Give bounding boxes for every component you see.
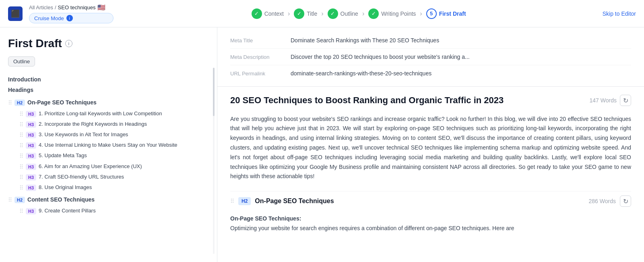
section-word-count: 286 Words — [589, 198, 616, 204]
outline-group-onpage: ⠿ H2 On-Page SEO Techniques ⠿ H3 1. Prio… — [8, 97, 209, 193]
drag-handle-icon[interactable]: ⠿ — [19, 131, 23, 138]
word-count-box: 147 Words ↻ — [590, 95, 631, 106]
cruise-mode-label: Cruise Mode — [34, 15, 64, 21]
h3-badge: H3 — [26, 142, 36, 149]
outline-badge[interactable]: Outline — [8, 56, 35, 67]
step-check-context: ✓ — [252, 8, 262, 19]
scroll-track — [213, 68, 215, 254]
step-first-draft[interactable]: 5 First Draft — [426, 8, 466, 19]
main-layout: First Draft i Outline Introduction Headi… — [0, 27, 644, 262]
step-arrow-3: › — [362, 10, 364, 17]
url-permalink-row: URL Permalink dominate-search-rankings-w… — [230, 65, 631, 81]
h3-group-content-seo: ⠿ H3 9. Create Content Pillars — [19, 206, 209, 216]
refresh-intro-button[interactable]: ↻ — [620, 95, 631, 106]
drag-handle-icon[interactable]: ⠿ — [19, 121, 23, 128]
outline-text-content-seo: Content SEO Techniques — [27, 196, 95, 204]
outline-item-h3-1[interactable]: ⠿ H3 1. Prioritize Long-tail Keywords wi… — [19, 108, 209, 119]
breadcrumb-all[interactable]: All Articles — [29, 4, 53, 10]
h3-badge: H3 — [26, 208, 36, 214]
outline-item-h3-7[interactable]: ⠿ H3 7. Craft SEO-friendly URL Structure… — [19, 172, 209, 182]
outline-text-h3-9: 9. Create Content Pillars — [39, 207, 96, 214]
outline-text-h3-1: 1. Prioritize Long-tail Keywords with Lo… — [39, 110, 162, 117]
url-permalink-label: URL Permalink — [230, 70, 283, 77]
drag-handle-icon[interactable]: ⠿ — [19, 173, 23, 181]
info-icon[interactable]: i — [65, 40, 72, 47]
skip-to-editor-button[interactable]: Skip to Editor — [603, 10, 636, 17]
introduction-label: Introduction — [8, 76, 209, 83]
outline-text-h3-5: 5. Update Meta Tags — [39, 152, 87, 159]
headings-label: Headings — [8, 87, 209, 93]
drag-handle-icon[interactable]: ⠿ — [19, 184, 23, 191]
step-title[interactable]: ✓ Title — [294, 8, 317, 19]
meta-title-value[interactable]: Dominate Search Rankings with These 20 S… — [291, 37, 631, 44]
h2-badge-onpage: H2 — [14, 100, 25, 106]
outline-item-h2-content-seo[interactable]: ⠿ H2 Content SEO Techniques — [8, 194, 209, 206]
outline-item-h3-2[interactable]: ⠿ H3 2. Incorporate the Right Keywords i… — [19, 119, 209, 129]
section-h2-badge: H2 — [238, 197, 251, 205]
section-body-text: Optimizing your website for search engin… — [230, 225, 514, 231]
outline-group-content-seo: ⠿ H2 Content SEO Techniques ⠿ H3 9. Crea… — [8, 194, 209, 216]
url-permalink-value[interactable]: dominate-search-rankings-with-these-20-s… — [291, 70, 631, 77]
cruise-mode-button[interactable]: Cruise Mode i — [29, 13, 114, 23]
meta-section: Meta Title Dominate Search Rankings with… — [217, 27, 644, 87]
section-body[interactable]: On-Page SEO Techniques: Optimizing your … — [230, 211, 631, 237]
outline-sidebar: First Draft i Outline Introduction Headi… — [0, 27, 217, 262]
outline-item-h3-8[interactable]: ⠿ H3 8. Use Original Images — [19, 182, 209, 193]
outline-text-h3-7: 7. Craft SEO-friendly URL Structures — [39, 173, 124, 181]
step-arrow-2: › — [321, 10, 323, 17]
drag-handle-icon[interactable]: ⠿ — [19, 163, 23, 170]
drag-handle-icon[interactable]: ⠿ — [8, 196, 12, 203]
step-label-writing-points: Writing Points — [381, 10, 416, 17]
meta-description-row: Meta Description Discover the top 20 SEO… — [230, 49, 631, 65]
drag-handle-icon[interactable]: ⠿ — [19, 110, 23, 117]
step-context[interactable]: ✓ Context — [252, 8, 284, 19]
intro-word-count: 147 Words — [590, 97, 617, 104]
h3-badge: H3 — [26, 132, 36, 138]
step-label-context: Context — [264, 10, 284, 17]
drag-handle-icon[interactable]: ⠿ — [8, 99, 12, 106]
article-body: 20 SEO Techniques to Boost Ranking and O… — [217, 87, 644, 245]
drag-handle-icon[interactable]: ⠿ — [19, 152, 23, 159]
step-number-first-draft: 5 — [426, 8, 437, 19]
refresh-section-button[interactable]: ↻ — [620, 195, 631, 207]
outline-item-h3-6[interactable]: ⠿ H3 6. Aim for an Amazing User Experien… — [19, 161, 209, 172]
step-label-first-draft: First Draft — [439, 10, 466, 17]
h3-group-onpage: ⠿ H3 1. Prioritize Long-tail Keywords wi… — [19, 108, 209, 193]
h3-badge: H3 — [26, 185, 36, 191]
outline-item-h2-onpage[interactable]: ⠿ H2 On-Page SEO Techniques — [8, 97, 209, 108]
steps-navigation: ✓ Context › ✓ Title › ✓ Outline › ✓ Writ… — [123, 8, 594, 19]
step-arrow-1: › — [288, 10, 290, 17]
outline-item-h3-9[interactable]: ⠿ H3 9. Create Content Pillars — [19, 206, 209, 216]
outline-item-h3-3[interactable]: ⠿ H3 3. Use Keywords in Alt Text for Ima… — [19, 129, 209, 140]
outline-text-h3-2: 2. Incorporate the Right Keywords in Hea… — [39, 121, 147, 128]
drag-handle-icon[interactable]: ⠿ — [19, 141, 23, 149]
outline-text-h3-8: 8. Use Original Images — [39, 184, 92, 191]
article-title-row: 20 SEO Techniques to Boost Ranking and O… — [230, 95, 631, 108]
h3-badge: H3 — [26, 153, 36, 159]
outline-item-h3-4[interactable]: ⠿ H3 4. Use Internal Linking to Make Use… — [19, 140, 209, 150]
outline-text-h3-4: 4. Use Internal Linking to Make Users St… — [39, 141, 177, 149]
step-writing-points[interactable]: ✓ Writing Points — [368, 8, 416, 19]
breadcrumb-current: SEO techniques — [58, 4, 96, 10]
section-drag-handle-icon[interactable]: ⠿ — [230, 198, 234, 204]
step-label-outline: Outline — [341, 10, 358, 17]
meta-description-value[interactable]: Discover the top 20 SEO techniques to bo… — [291, 54, 631, 60]
breadcrumb: All Articles / SEO techniques 🇺🇸 — [29, 4, 105, 11]
outline-item-h3-5[interactable]: ⠿ H3 5. Update Meta Tags — [19, 150, 209, 161]
section-body-label: On-Page SEO Techniques: — [230, 215, 301, 222]
meta-description-label: Meta Description — [230, 54, 283, 60]
outline-text-onpage: On-Page SEO Techniques — [27, 99, 97, 107]
cruise-info-icon: i — [66, 15, 73, 21]
meta-title-row: Meta Title Dominate Search Rankings with… — [230, 32, 631, 49]
h3-badge: H3 — [26, 174, 36, 181]
scroll-thumb[interactable] — [213, 68, 215, 116]
step-label-title: Title — [307, 10, 317, 17]
h3-badge: H3 — [26, 111, 36, 117]
article-title[interactable]: 20 SEO Techniques to Boost Ranking and O… — [230, 95, 504, 106]
drag-handle-icon[interactable]: ⠿ — [19, 207, 23, 214]
article-intro[interactable]: Are you struggling to boost your website… — [230, 114, 631, 182]
section-heading-title[interactable]: On-Page SEO Techniques — [255, 198, 584, 205]
outline-text-h3-6: 6. Aim for an Amazing User Experience (U… — [39, 163, 142, 170]
flag-icon: 🇺🇸 — [97, 4, 105, 11]
step-outline[interactable]: ✓ Outline — [328, 8, 358, 19]
